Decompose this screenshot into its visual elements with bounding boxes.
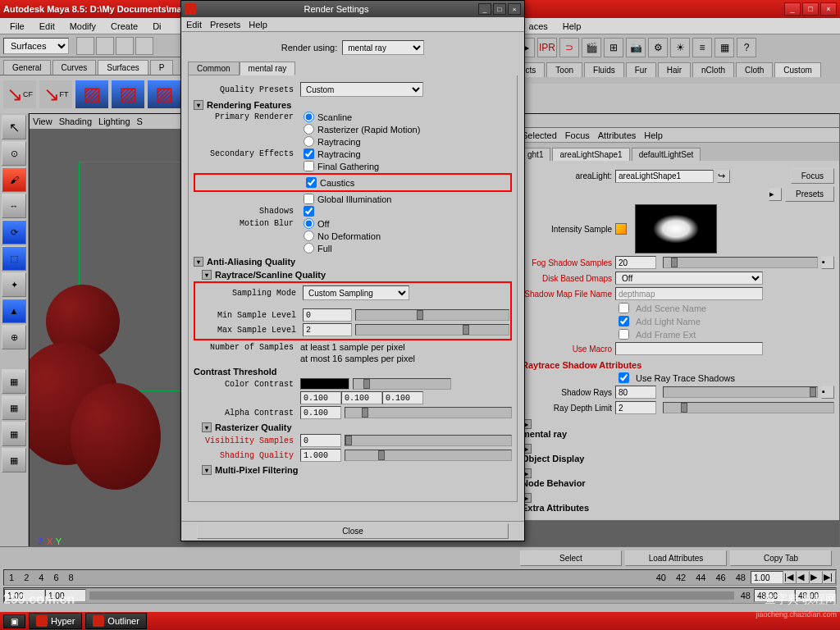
attr-menu-selected[interactable]: Selected [522,130,557,140]
shelf-tab[interactable]: Fluids [584,62,624,77]
raytracing-radio[interactable] [304,136,314,147]
attr-menu-help[interactable]: Help [644,130,663,140]
grid-icon[interactable]: ▦ [714,38,734,57]
mentalray-section[interactable]: ▸mental ray [522,419,834,439]
focus-button[interactable]: Focus [791,168,834,184]
dlg-menu-help[interactable]: Help [249,20,267,30]
layout-tool[interactable]: ▦ [2,422,26,446]
shadows-check[interactable] [304,206,314,217]
shelf-item[interactable]: ▨ [148,80,180,108]
close-button[interactable]: Close [197,523,509,539]
shelf-item[interactable]: ▨ [75,80,108,108]
sampling-mode-select[interactable]: Custom Sampling [303,285,409,300]
contrast-r-input[interactable] [300,391,341,404]
taskbar-item-hyper[interactable]: Hyper [29,613,82,629]
arealight-name-input[interactable] [615,170,714,183]
timeline[interactable]: 1 2 4 6 8 40 42 44 46 48 |◀ ◀ ▶ ▶| [3,569,837,586]
status-icon[interactable] [76,37,94,55]
shelf-tab-poly[interactable]: P [150,60,174,75]
play-end-icon[interactable]: ▶| [823,571,836,584]
map-button[interactable]: ▪ [821,256,834,269]
rasterizer-radio[interactable] [304,124,314,135]
attr-menu-focus[interactable]: Focus [565,130,590,140]
alpha-contrast-slider[interactable] [345,407,512,418]
final-gathering-check[interactable] [304,161,314,171]
shelf-tab[interactable]: Custom [774,62,820,77]
shelf-tab[interactable]: Cloth [736,62,773,77]
taskbar-item[interactable]: ▣ [3,614,25,628]
maximize-button[interactable]: □ [802,2,819,16]
objdisplay-section[interactable]: ▸Object Display [522,444,834,463]
layers-icon[interactable]: ≡ [692,38,712,57]
lasso-tool[interactable]: ⊙ [2,141,26,166]
shelf-tab[interactable]: Fur [626,62,656,77]
min-sample-slider[interactable] [355,309,509,321]
shelf-item[interactable]: ▨ [112,80,144,108]
nodebehavior-section[interactable]: ▸Node Behavior [522,468,834,488]
raytracing-check[interactable] [304,148,314,159]
goto-input-icon[interactable]: ↪ [717,170,730,183]
scale-tool[interactable]: ⬚ [2,246,26,271]
mb-nodeform-radio[interactable] [304,231,314,241]
clapperboard-icon[interactable]: 🎬 [582,38,601,57]
add-light-check[interactable] [619,316,629,326]
tab-mentalray[interactable]: mental ray [240,62,296,75]
shelf-item-ft[interactable]: ↘FT [39,80,72,108]
light-icon[interactable]: ☀ [670,38,690,57]
scanline-radio[interactable] [304,112,314,122]
paint-tool[interactable]: 🖌 [2,167,26,192]
shelf-tab[interactable]: Hair [658,62,691,77]
map-button[interactable]: ▪ [821,386,834,399]
vp-menu-lighting[interactable]: Lighting [98,116,130,126]
global-illum-check[interactable] [304,194,314,204]
shadow-rays-input[interactable] [615,386,656,399]
visibility-samples-input[interactable] [300,434,341,447]
vp-menu-shading[interactable]: Shading [59,116,92,126]
taskbar-item-outliner[interactable]: Outliner [85,613,147,629]
shelf-tab-general[interactable]: General [3,60,51,75]
settings-icon[interactable]: ⚙ [648,38,668,57]
shadow-map-file-input[interactable] [615,287,763,300]
use-rt-check[interactable] [619,372,629,383]
max-sample-input[interactable] [303,323,352,336]
minimize-button[interactable]: _ [784,2,801,16]
status-icon[interactable] [96,37,114,55]
visibility-samples-slider[interactable] [345,435,512,446]
menu-create[interactable]: Create [104,20,144,33]
shading-quality-slider[interactable] [345,450,512,461]
contrast-b-input[interactable] [382,391,423,404]
shelf-tab-curves[interactable]: Curves [52,60,97,75]
add-scene-check[interactable] [619,303,629,313]
shading-quality-input[interactable] [300,449,341,462]
move-tool[interactable]: ↔ [2,194,26,218]
menu-modify[interactable]: Modify [63,20,103,33]
attr-tab-active[interactable]: areaLightShape1 [552,148,629,161]
mb-full-radio[interactable] [304,243,314,253]
manipulator-tool[interactable]: ✦ [2,272,26,297]
anti-aliasing-section[interactable]: ▾Anti-Aliasing Quality [194,257,512,267]
layout-tool[interactable]: ▦ [2,448,26,472]
dlg-menu-presets[interactable]: Presets [210,20,240,30]
range-slider[interactable]: 48 [3,587,837,604]
add-frame-check[interactable] [619,329,629,340]
dlg-menu-edit[interactable]: Edit [186,20,202,30]
presets-button[interactable]: Presets [785,186,834,202]
menu-set-dropdown[interactable]: Surfaces [3,38,69,54]
shelf-item-cf[interactable]: ↘CF [3,80,36,108]
play-start-icon[interactable]: |◀ [783,571,797,584]
intensity-swatch[interactable] [635,204,717,253]
ipr-icon[interactable]: IPR [537,38,557,57]
camera-icon[interactable]: 📷 [626,38,646,57]
shadow-rays-slider[interactable] [663,386,818,398]
dialog-titlebar[interactable]: Render Settings _ □ × [181,1,524,17]
tool[interactable]: ⊕ [2,325,26,349]
fog-shadow-slider[interactable] [663,257,818,268]
alpha-contrast-input[interactable] [300,406,341,419]
menu-file[interactable]: File [3,20,31,33]
disk-dmaps-select[interactable]: Off [615,272,763,285]
load-attributes-button[interactable]: Load Attributes [625,550,727,566]
ray-depth-slider[interactable] [663,402,834,413]
close-button[interactable]: × [820,2,837,16]
menu-help[interactable]: Help [556,20,588,33]
play-next-icon[interactable]: ▶ [810,571,823,584]
